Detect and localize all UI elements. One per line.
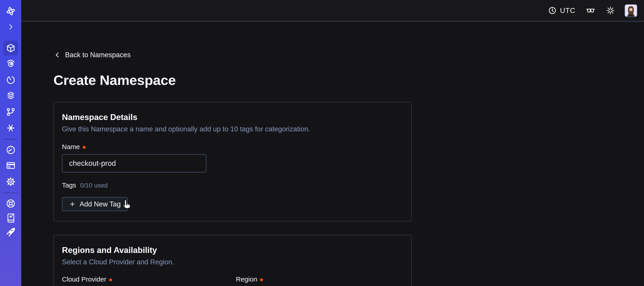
cloud-provider-field: Cloud Provider Select Cloud Provider: [62, 276, 229, 286]
gear-icon: [6, 177, 16, 187]
timezone-button[interactable]: UTC: [548, 6, 575, 15]
add-new-tag-button[interactable]: Add New Tag: [62, 197, 128, 211]
sidebar-item-gauge[interactable]: [6, 145, 16, 155]
rocket-icon: [6, 227, 16, 237]
namespace-name-input[interactable]: [62, 154, 206, 173]
region-label: Region: [236, 276, 257, 283]
cube-icon: [6, 43, 16, 53]
card-title: Regions and Availability: [62, 246, 403, 255]
required-dot: [260, 279, 263, 281]
page-title: Create Namespace: [54, 72, 644, 88]
sidebar-item-branch[interactable]: [6, 107, 16, 117]
credit-card-icon: [6, 160, 16, 171]
back-link-label: Back to Namespaces: [65, 51, 130, 59]
sidebar-item-docs[interactable]: [6, 213, 16, 223]
sidebar-item-settings[interactable]: [6, 177, 16, 187]
sidebar-item-layers[interactable]: [6, 91, 16, 101]
card-title: Namespace Details: [62, 113, 403, 122]
sidebar-item-asterisk[interactable]: [6, 123, 16, 133]
lifebuoy-icon: [6, 198, 16, 209]
sidebar-divider: [4, 139, 18, 139]
sidebar-item-getting-started[interactable]: [6, 227, 16, 237]
spiral-icon: [6, 58, 16, 69]
topbar: UTC: [21, 0, 644, 22]
sidebar-expand-button[interactable]: [7, 23, 15, 31]
sidebar-item-namespaces[interactable]: [3, 41, 18, 55]
clock-icon: [548, 6, 556, 15]
sidebar-divider: [4, 193, 18, 193]
tags-count: 0/10 used: [80, 182, 108, 189]
card-subtitle: Select a Cloud Provider and Region.: [62, 258, 403, 266]
back-link[interactable]: Back to Namespaces: [54, 51, 130, 59]
temporal-logo-icon[interactable]: [5, 6, 16, 16]
sidebar-item-spiral[interactable]: [6, 58, 16, 69]
glasses-icon: [586, 5, 596, 15]
main-content: Back to Namespaces Create Namespace Name…: [21, 22, 644, 286]
add-new-tag-label: Add New Tag: [80, 200, 121, 208]
labs-button[interactable]: [586, 5, 596, 15]
gauge-icon: [6, 145, 16, 155]
timezone-label: UTC: [560, 6, 575, 15]
sun-icon: [606, 6, 615, 15]
sidebar-item-support[interactable]: [6, 198, 16, 209]
sidebar: [0, 0, 21, 286]
asterisk-icon: [6, 123, 16, 133]
sidebar-item-timer[interactable]: [6, 75, 16, 85]
book-icon: [6, 213, 16, 223]
cloud-provider-label: Cloud Provider: [62, 276, 106, 283]
chevron-left-icon: [54, 51, 61, 59]
regions-availability-card: Regions and Availability Select a Cloud …: [54, 235, 412, 286]
namespace-details-card: Namespace Details Give this Namespace a …: [54, 102, 412, 221]
create-namespace-page: { "topbar": { "timezone_label": "UTC", "…: [0, 0, 644, 286]
tags-label: Tags: [62, 181, 76, 189]
branch-icon: [6, 107, 16, 117]
timer-icon: [6, 75, 16, 85]
region-field: Region Select Region: [236, 276, 403, 286]
name-label: Name: [62, 143, 80, 151]
card-subtitle: Give this Namespace a name and optionall…: [62, 125, 403, 133]
avatar[interactable]: [624, 4, 637, 17]
chevron-right-icon: [7, 23, 15, 31]
sidebar-item-billing[interactable]: [6, 160, 16, 171]
required-dot: [109, 279, 112, 281]
plus-icon: [69, 201, 76, 208]
theme-toggle-button[interactable]: [606, 6, 615, 15]
required-dot: [83, 146, 86, 149]
layers-icon: [6, 91, 16, 101]
